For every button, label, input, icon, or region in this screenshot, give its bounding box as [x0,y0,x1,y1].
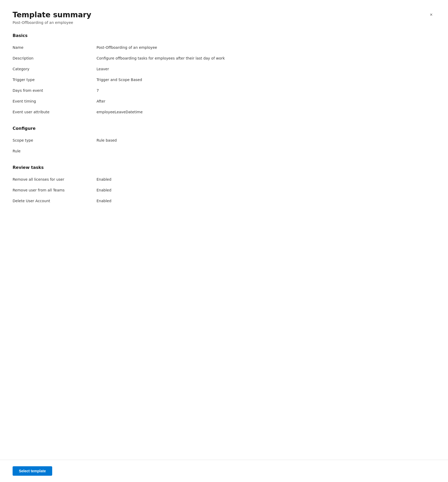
panel-title: Template summary [13,10,91,19]
field-category-value: Leaver [97,66,435,72]
field-trigger-type: Trigger type Trigger and Scope Based [13,74,435,85]
field-description-value: Configure offboarding tasks for employee… [97,56,435,61]
field-remove-licenses-label: Remove all licenses for user [13,177,97,182]
close-icon: × [430,12,433,18]
field-event-timing-value: After [97,99,435,104]
field-rule-label: Rule [13,148,97,154]
field-trigger-type-label: Trigger type [13,77,97,83]
field-event-user-attribute: Event user attribute employeeLeaveDateti… [13,107,435,117]
field-category-label: Category [13,66,97,72]
field-name-value: Post-Offboarding of an employee [97,45,435,50]
template-summary-panel: Template summary Post-Offboarding of an … [0,0,448,460]
panel-header: Template summary Post-Offboarding of an … [13,10,435,25]
configure-section-title: Configure [13,126,435,131]
configure-section: Configure Scope type Rule based Rule [13,126,435,157]
field-name-label: Name [13,45,97,50]
review-tasks-section: Review tasks Remove all licenses for use… [13,165,435,206]
close-button[interactable]: × [427,10,435,19]
basics-section-title: Basics [13,33,435,38]
field-delete-user-account-value: Enabled [97,198,435,204]
field-rule-value [97,148,435,154]
field-event-user-attribute-label: Event user attribute [13,109,97,115]
field-days-from-event: Days from event 7 [13,85,435,96]
field-remove-teams: Remove user from all Teams Enabled [13,185,435,196]
panel-footer: Select template [0,460,448,482]
field-remove-teams-label: Remove user from all Teams [13,188,97,193]
field-description-label: Description [13,56,97,61]
field-event-timing-label: Event timing [13,99,97,104]
field-rule: Rule [13,146,435,157]
field-days-from-event-label: Days from event [13,88,97,93]
field-trigger-type-value: Trigger and Scope Based [97,77,435,83]
field-category: Category Leaver [13,64,435,74]
basics-section: Basics Name Post-Offboarding of an emplo… [13,33,435,117]
field-delete-user-account-label: Delete User Account [13,198,97,204]
field-remove-licenses-value: Enabled [97,177,435,182]
field-scope-type: Scope type Rule based [13,135,435,146]
field-event-timing: Event timing After [13,96,435,107]
field-event-user-attribute-value: employeeLeaveDatetime [97,109,435,115]
field-delete-user-account: Delete User Account Enabled [13,196,435,206]
header-text: Template summary Post-Offboarding of an … [13,10,91,25]
panel-content: Basics Name Post-Offboarding of an emplo… [13,33,435,460]
field-description: Description Configure offboarding tasks … [13,53,435,64]
field-name: Name Post-Offboarding of an employee [13,42,435,53]
field-scope-type-label: Scope type [13,138,97,143]
field-scope-type-value: Rule based [97,138,435,143]
field-remove-licenses: Remove all licenses for user Enabled [13,174,435,185]
field-remove-teams-value: Enabled [97,188,435,193]
review-tasks-section-title: Review tasks [13,165,435,170]
field-days-from-event-value: 7 [97,88,435,93]
panel-subtitle: Post-Offboarding of an employee [13,20,91,25]
select-template-button[interactable]: Select template [13,466,52,476]
